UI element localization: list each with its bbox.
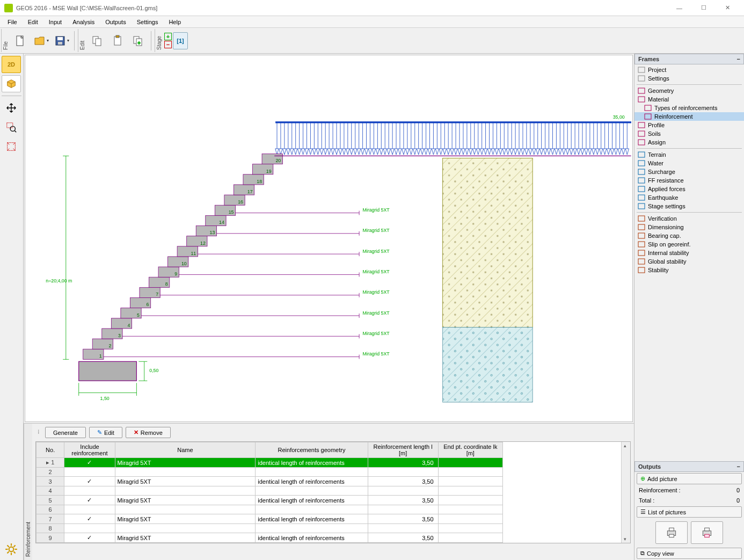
frame-item-global-stability[interactable]: Global stability	[634, 257, 744, 266]
titlebar: GEO5 2016 - MSE Wall [C:\MSE-Wall\screen…	[0, 0, 744, 16]
svg-text:8: 8	[165, 281, 168, 287]
svg-text:17: 17	[247, 189, 253, 194]
svg-rect-207	[645, 114, 651, 119]
collapse-icon[interactable]: −	[737, 56, 740, 62]
frames-header[interactable]: Frames−	[634, 54, 744, 64]
col-end[interactable]: End pt. coordinate lk [m]	[438, 442, 502, 458]
frame-item-applied-forces[interactable]: Applied forces	[634, 185, 744, 193]
frame-item-surcharge[interactable]: Surcharge	[634, 168, 744, 176]
table-row[interactable]: 9✓Miragrid 5XTidentical length of reinfo…	[37, 533, 503, 543]
menu-file[interactable]: File	[2, 17, 23, 27]
svg-rect-125	[443, 158, 533, 327]
copy-view-button[interactable]: ⧉Copy view	[637, 548, 742, 559]
frame-item-terrain[interactable]: Terrain	[634, 150, 744, 159]
maximize-button[interactable]: ☐	[691, 1, 716, 16]
frame-item-assign[interactable]: Assign	[634, 138, 744, 147]
table-row[interactable]: 7✓Miragrid 5XTidentical length of reinfo…	[37, 514, 503, 524]
svg-text:6: 6	[147, 302, 149, 307]
svg-rect-223	[638, 259, 645, 264]
panel-handle[interactable]: ⁞	[35, 427, 42, 438]
collapse-icon[interactable]: −	[737, 463, 740, 470]
frame-item-types-of-reinforcements[interactable]: Types of reinforcements	[634, 104, 744, 112]
minimize-button[interactable]: —	[667, 1, 691, 16]
frame-item-verification[interactable]: Verification	[634, 214, 744, 223]
frame-item-material[interactable]: Material	[634, 95, 744, 104]
zoom-extents-button[interactable]	[2, 138, 21, 155]
frame-icon	[638, 88, 645, 94]
table-row[interactable]: 8	[37, 524, 503, 533]
frame-item-profile[interactable]: Profile	[634, 121, 744, 129]
menu-help[interactable]: Help	[163, 17, 186, 27]
add-picture-button[interactable]: ⊕Add picture	[637, 473, 742, 484]
svg-rect-206	[645, 105, 651, 111]
new-file-button[interactable]	[11, 31, 30, 50]
frame-icon	[638, 177, 645, 184]
close-button[interactable]: ✕	[716, 1, 740, 16]
paste-button[interactable]	[108, 31, 127, 50]
table-row[interactable]: 6	[37, 505, 503, 514]
frame-label: Global stability	[648, 258, 687, 265]
table-row[interactable]: 3✓Miragrid 5XTidentical length of reinfo…	[37, 477, 503, 486]
pan-button[interactable]	[2, 99, 21, 117]
frame-item-earthquake[interactable]: Earthquake	[634, 193, 744, 202]
svg-point-11	[10, 126, 15, 131]
table-row[interactable]: 2	[37, 468, 503, 477]
remove-button[interactable]: ✕Remove	[126, 427, 171, 438]
print-button-1[interactable]	[655, 521, 688, 544]
paste-special-button[interactable]	[128, 31, 148, 50]
col-name[interactable]: Name	[115, 442, 256, 458]
view-settings-button[interactable]	[2, 541, 21, 558]
copy-button[interactable]	[87, 31, 107, 50]
generate-button[interactable]: Generate	[45, 427, 86, 438]
menu-outputs[interactable]: Outputs	[100, 17, 132, 27]
table-row[interactable]: ▸ 1✓Miragrid 5XTidentical length of rein…	[37, 458, 503, 468]
reinforcement-table[interactable]: No. Include reinforcement Name Reinforce…	[35, 441, 631, 543]
frame-item-soils[interactable]: Soils	[634, 129, 744, 138]
frame-icon	[638, 232, 645, 239]
remove-stage-button[interactable]: −	[164, 41, 172, 48]
frame-item-slip-on-georeinf-[interactable]: Slip on georeinf.	[634, 240, 744, 249]
table-row[interactable]: 4	[37, 486, 503, 496]
col-len[interactable]: Reinforcement length l [m]	[368, 442, 438, 458]
frame-item-ff-resistance[interactable]: FF resistance	[634, 176, 744, 185]
frame-item-bearing-cap-[interactable]: Bearing cap.	[634, 231, 744, 240]
col-no[interactable]: No.	[37, 442, 64, 458]
drawing-canvas[interactable]: 35,00	[25, 55, 633, 422]
frame-item-project[interactable]: Project	[634, 66, 744, 74]
svg-rect-227	[669, 534, 674, 537]
stage-tab-1[interactable]: [1]	[173, 32, 188, 49]
frame-label: Bearing cap.	[648, 232, 681, 239]
svg-line-19	[7, 545, 9, 547]
frame-label: Surcharge	[648, 169, 675, 175]
menu-edit[interactable]: Edit	[23, 17, 43, 27]
frame-item-stability[interactable]: Stability	[634, 266, 744, 274]
print-button-2[interactable]	[691, 521, 723, 544]
reinf-count-label: Reinforcement :	[639, 487, 681, 493]
frame-item-geometry[interactable]: Geometry	[634, 86, 744, 95]
zoom-window-button[interactable]	[2, 119, 21, 136]
col-include[interactable]: Include reinforcement	[64, 442, 115, 458]
col-geom[interactable]: Reinforcements geometry	[256, 442, 368, 458]
menu-input[interactable]: Input	[43, 17, 67, 27]
frame-label: Project	[648, 67, 666, 73]
frame-icon	[638, 169, 645, 175]
list-pictures-button[interactable]: ☰List of pictures	[637, 506, 742, 518]
menu-settings[interactable]: Settings	[132, 17, 164, 27]
frame-item-reinforcement[interactable]: Reinforcement	[634, 112, 744, 121]
frame-item-internal-stability[interactable]: Internal stability	[634, 249, 744, 257]
save-file-button[interactable]	[52, 31, 71, 50]
frame-item-water[interactable]: Water	[634, 159, 744, 168]
table-scrollbar[interactable]	[621, 442, 630, 543]
outputs-header[interactable]: Outputs−	[634, 461, 744, 472]
menu-analysis[interactable]: Analysis	[67, 17, 100, 27]
frame-label: Internal stability	[648, 250, 689, 256]
edit-button[interactable]: ✎Edit	[89, 427, 122, 438]
view-3d-button[interactable]	[2, 75, 21, 92]
open-file-button[interactable]	[31, 31, 50, 50]
view-2d-button[interactable]: 2D	[2, 56, 21, 73]
add-stage-button[interactable]: +	[164, 33, 172, 40]
frame-item-stage-settings[interactable]: Stage settings	[634, 202, 744, 210]
frame-item-dimensioning[interactable]: Dimensioning	[634, 223, 744, 231]
table-row[interactable]: 5✓Miragrid 5XTidentical length of reinfo…	[37, 496, 503, 505]
frame-item-settings[interactable]: Settings	[634, 74, 744, 83]
